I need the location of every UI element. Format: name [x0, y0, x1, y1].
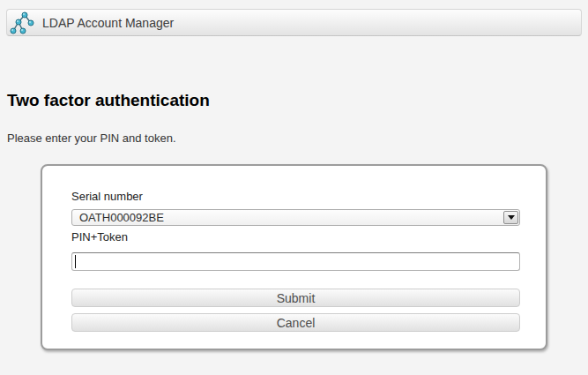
instruction-text: Please enter your PIN and token. [0, 131, 588, 145]
serial-number-select[interactable]: OATH000092BE [71, 209, 520, 226]
pin-token-input[interactable] [71, 252, 520, 271]
page-title: Two factor authentication [0, 91, 588, 110]
serial-number-label: Serial number [71, 190, 520, 203]
app-header: LDAP Account Manager [6, 9, 582, 36]
submit-button[interactable]: Submit [71, 289, 520, 307]
auth-form-card: Serial number OATH000092BE PIN+Token Sub… [41, 164, 547, 350]
button-stack: Submit Cancel [71, 289, 520, 332]
pin-token-field-wrapper [71, 252, 520, 271]
chevron-down-icon [508, 215, 515, 220]
app-title: LDAP Account Manager [42, 16, 174, 30]
cancel-button[interactable]: Cancel [71, 313, 520, 332]
serial-number-value: OATH000092BE [72, 211, 503, 224]
ldap-tree-logo-icon [10, 11, 34, 35]
dropdown-arrow-button[interactable] [503, 211, 518, 224]
pin-token-label: PIN+Token [71, 230, 520, 244]
